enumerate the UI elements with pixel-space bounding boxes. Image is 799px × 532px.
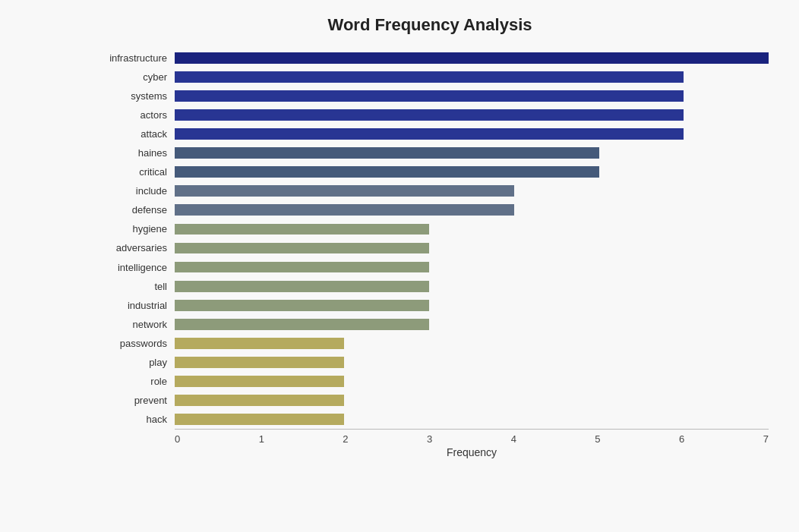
bar bbox=[175, 71, 684, 83]
bar-row: prevent bbox=[91, 391, 769, 410]
x-axis: 01234567 Frequency bbox=[175, 429, 769, 467]
bar-track bbox=[175, 181, 769, 200]
bar-row: include bbox=[91, 181, 769, 200]
x-tick: 3 bbox=[427, 433, 432, 445]
x-tick: 0 bbox=[175, 433, 180, 445]
bar-track bbox=[175, 258, 769, 277]
bar bbox=[175, 109, 684, 121]
bar-row: haines bbox=[91, 143, 769, 162]
x-axis-label: Frequency bbox=[175, 446, 769, 458]
bar-label: haines bbox=[91, 147, 175, 159]
bar-label: industrial bbox=[91, 300, 175, 311]
bar bbox=[175, 243, 429, 254]
bar-label: network bbox=[91, 319, 175, 330]
bar-track bbox=[175, 219, 769, 238]
bar-track bbox=[175, 410, 769, 429]
bar-track bbox=[175, 353, 769, 372]
bar-track bbox=[175, 68, 769, 87]
bar bbox=[175, 262, 429, 273]
bar-track bbox=[175, 334, 769, 353]
bar-label: actors bbox=[91, 109, 175, 121]
bar bbox=[175, 224, 429, 235]
bar-label: passwords bbox=[91, 338, 175, 349]
bar-row: critical bbox=[91, 162, 769, 181]
bar bbox=[175, 166, 599, 178]
bar-row: tell bbox=[91, 277, 769, 296]
bar-track bbox=[175, 162, 769, 181]
bar-row: role bbox=[91, 372, 769, 391]
x-tick: 7 bbox=[763, 433, 769, 445]
bar bbox=[175, 128, 684, 140]
bar-label: critical bbox=[91, 166, 175, 178]
bar-row: attack bbox=[91, 124, 769, 143]
bar-label: infrastructure bbox=[91, 52, 175, 64]
bar-track bbox=[175, 238, 769, 257]
bar bbox=[175, 52, 769, 64]
bar bbox=[175, 395, 344, 406]
bar-row: actors bbox=[91, 105, 769, 124]
bar-label: intelligence bbox=[91, 262, 175, 273]
bar bbox=[175, 147, 599, 159]
chart-title: Word Frequency Analysis bbox=[91, 15, 769, 35]
bars-section: infrastructurecybersystemsactorsattackha… bbox=[91, 49, 769, 429]
bar-row: infrastructure bbox=[91, 49, 769, 68]
bar bbox=[175, 281, 429, 292]
bar bbox=[175, 338, 344, 349]
x-tick: 5 bbox=[595, 433, 600, 445]
x-tick: 2 bbox=[343, 433, 348, 445]
bar-track bbox=[175, 315, 769, 334]
bar bbox=[175, 185, 514, 197]
bar-row: defense bbox=[91, 200, 769, 219]
bar-track bbox=[175, 105, 769, 124]
bar-label: hygiene bbox=[91, 223, 175, 235]
bar-label: adversaries bbox=[91, 242, 175, 253]
bar-track bbox=[175, 296, 769, 315]
bar-row: systems bbox=[91, 87, 769, 105]
bar-label: systems bbox=[91, 90, 175, 102]
bar-label: play bbox=[91, 357, 175, 368]
bar bbox=[175, 357, 344, 368]
bar-label: hack bbox=[91, 414, 175, 425]
bar-row: hygiene bbox=[91, 219, 769, 238]
bar-row: cyber bbox=[91, 68, 769, 87]
x-tick: 1 bbox=[259, 433, 264, 445]
bar-label: include bbox=[91, 185, 175, 197]
bar-row: industrial bbox=[91, 296, 769, 315]
bar-label: prevent bbox=[91, 395, 175, 406]
bar bbox=[175, 204, 514, 216]
bar-row: hack bbox=[91, 410, 769, 429]
bar-label: defense bbox=[91, 204, 175, 216]
bar-label: tell bbox=[91, 281, 175, 292]
bar-label: cyber bbox=[91, 71, 175, 83]
x-tick: 4 bbox=[511, 433, 516, 445]
bar bbox=[175, 414, 344, 425]
x-ticks: 01234567 bbox=[175, 430, 769, 445]
bar-track bbox=[175, 87, 769, 105]
bar-track bbox=[175, 372, 769, 391]
bar bbox=[175, 90, 684, 102]
bar bbox=[175, 300, 429, 311]
bar-label: attack bbox=[91, 128, 175, 140]
bar-row: intelligence bbox=[91, 258, 769, 277]
bar-row: play bbox=[91, 353, 769, 372]
chart-container: Word Frequency Analysis infrastructurecy… bbox=[0, 0, 799, 532]
bar-track bbox=[175, 124, 769, 143]
bar-track bbox=[175, 391, 769, 410]
bar-row: adversaries bbox=[91, 238, 769, 257]
bar-track bbox=[175, 143, 769, 162]
bar bbox=[175, 376, 344, 387]
x-tick: 6 bbox=[679, 433, 684, 445]
bar bbox=[175, 319, 429, 330]
bar-track bbox=[175, 49, 769, 68]
bar-row: network bbox=[91, 315, 769, 334]
bar-row: passwords bbox=[91, 334, 769, 353]
bar-track bbox=[175, 200, 769, 219]
bar-label: role bbox=[91, 376, 175, 387]
bar-track bbox=[175, 277, 769, 296]
